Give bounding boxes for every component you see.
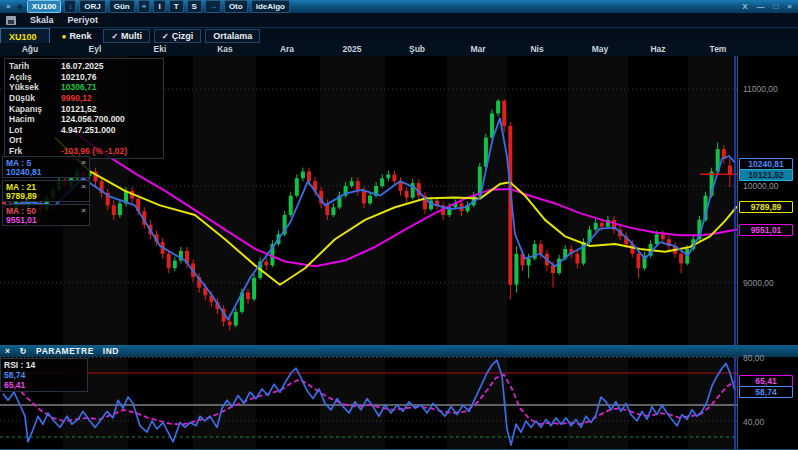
month-label: Şub <box>409 44 425 54</box>
month-label: Eyl <box>89 44 102 54</box>
check-icon: ✓ <box>111 32 118 41</box>
ma21-close-icon[interactable]: × <box>81 182 86 191</box>
month-label: Nis <box>530 44 543 54</box>
rsi-tick-label: 80,00 <box>743 353 764 363</box>
dropdown-arrow-icon[interactable]: ↓ <box>64 0 76 13</box>
info-row: Ort <box>9 135 159 146</box>
month-label: Tem <box>710 44 727 54</box>
month-label: May <box>592 44 609 54</box>
main-chart-panel: 11000,0010000,009000,0010240,8110121,529… <box>0 56 798 345</box>
rsi-panel: 80,0040,0065,4158,74 RSI : 14 58,74 65,4… <box>0 357 798 449</box>
ortalama-button[interactable]: Ortalama <box>205 29 260 43</box>
price-tick-label: 10000,00 <box>743 181 778 191</box>
i-button[interactable]: I <box>153 0 165 13</box>
info-row: Lot4.947.251.000 <box>9 125 159 136</box>
pin-icon[interactable]: ◆ <box>16 1 24 12</box>
renk-button[interactable]: ● Renk <box>54 29 100 43</box>
multi-button[interactable]: ✓ Multi <box>103 29 150 43</box>
rsi-badge: 58,74 <box>739 386 793 398</box>
ohlc-info-panel: Tarih16.07.2025Açılış10210,76Yüksek10306… <box>4 58 164 159</box>
indicator-header-bar: × ↻ PARAMETRE IND <box>0 345 798 357</box>
rsi-value-blue: 58,74 <box>4 370 84 380</box>
symbol-button[interactable]: XU100 <box>27 0 61 13</box>
indicator-close-icon[interactable]: × <box>5 346 10 356</box>
ma5-box: MA : 5× 10240,81 <box>2 156 90 178</box>
month-label: Ara <box>280 44 294 54</box>
month-label: Eki <box>154 44 167 54</box>
rsi-name: RSI : 14 <box>4 360 84 370</box>
rsi-axis: 80,0040,0065,4158,74 <box>737 357 798 449</box>
menu-skala[interactable]: Skala <box>30 15 54 25</box>
month-label: 2025 <box>343 44 362 54</box>
rsi-tick-label: 40,00 <box>743 417 764 427</box>
info-row: Kapanış10121,52 <box>9 103 159 114</box>
price-badge: 9551,01 <box>739 224 793 236</box>
month-label: Ağu <box>22 44 39 54</box>
price-tick-label: 11000,00 <box>743 84 778 94</box>
info-row: Yüksek10306,71 <box>9 82 159 93</box>
ma50-close-icon[interactable]: × <box>81 206 86 215</box>
info-row: Açılış10210,76 <box>9 72 159 83</box>
month-label: Haz <box>650 44 665 54</box>
title-bar: × ◆ XU100 ↓ ORJ Gün + I T S → Oto ideAlg… <box>0 0 798 13</box>
time-axis: AğuEylEkiKasAra2025ŞubMarNisMayHazTem <box>0 43 798 57</box>
chart-window: × ◆ XU100 ↓ ORJ Gün + I T S → Oto ideAlg… <box>0 0 798 450</box>
forward-arrow-icon[interactable]: → <box>205 0 221 13</box>
menu-bar: Skala Periyot <box>0 13 798 28</box>
info-row: Frk-103,96 (% -1,02) <box>9 146 159 157</box>
idealgo-button[interactable]: ideAlgo <box>251 0 290 13</box>
menu-periyot[interactable]: Periyot <box>68 15 99 25</box>
info-row: Hacim124.056.700.000 <box>9 114 159 125</box>
cizgi-button[interactable]: ✓ Çizgi <box>154 29 201 43</box>
detach-icon[interactable]: X <box>740 2 749 11</box>
parametre-button[interactable]: PARAMETRE <box>36 346 94 356</box>
orj-button[interactable]: ORJ <box>79 0 105 13</box>
month-label: Mar <box>470 44 485 54</box>
tab-bar: XU100 ● Renk ✓ Multi ✓ Çizgi Ortalama <box>0 28 798 43</box>
ma21-box: MA : 21× 9789,89 <box>2 180 90 202</box>
ma50-box: MA : 50× 9551,01 <box>2 204 90 226</box>
oto-button[interactable]: Oto <box>224 0 248 13</box>
s-button[interactable]: S <box>187 0 202 13</box>
ind-button[interactable]: IND <box>103 346 119 356</box>
period-gun-button[interactable]: Gün <box>109 0 135 13</box>
price-badge: 9789,89 <box>739 201 793 213</box>
rsi-chart-canvas[interactable] <box>0 357 737 449</box>
ma21-value: 9789,89 <box>6 191 37 201</box>
ma5-value: 10240,81 <box>6 167 41 177</box>
price-axis: 11000,0010000,009000,0010240,8110121,529… <box>737 56 798 345</box>
t-button[interactable]: T <box>169 0 184 13</box>
ma50-value: 9551,01 <box>6 215 37 225</box>
price-tick-label: 9000,00 <box>743 278 774 288</box>
window-close-icon[interactable]: × <box>785 2 794 11</box>
info-row: Düşük9990,12 <box>9 93 159 104</box>
price-badge: 10121,52 <box>739 169 793 181</box>
maximize-icon[interactable]: □ <box>771 2 780 11</box>
rsi-value-magenta: 65,41 <box>4 380 84 390</box>
check-icon: ✓ <box>162 32 169 41</box>
ma5-close-icon[interactable]: × <box>81 158 86 167</box>
minimize-icon[interactable]: — <box>754 2 766 11</box>
month-label: Kas <box>217 44 233 54</box>
save-icon[interactable] <box>6 16 16 25</box>
tab-xu100[interactable]: XU100 <box>0 28 50 43</box>
close-chart-icon[interactable]: × <box>4 1 13 12</box>
refresh-icon[interactable]: ↻ <box>19 346 27 356</box>
rsi-info-box: RSI : 14 58,74 65,41 <box>0 358 88 392</box>
color-dot-icon: ● <box>62 32 67 41</box>
plus-icon[interactable]: + <box>138 0 151 13</box>
price-badge: 10240,81 <box>739 158 793 170</box>
info-row: Tarih16.07.2025 <box>9 61 159 72</box>
